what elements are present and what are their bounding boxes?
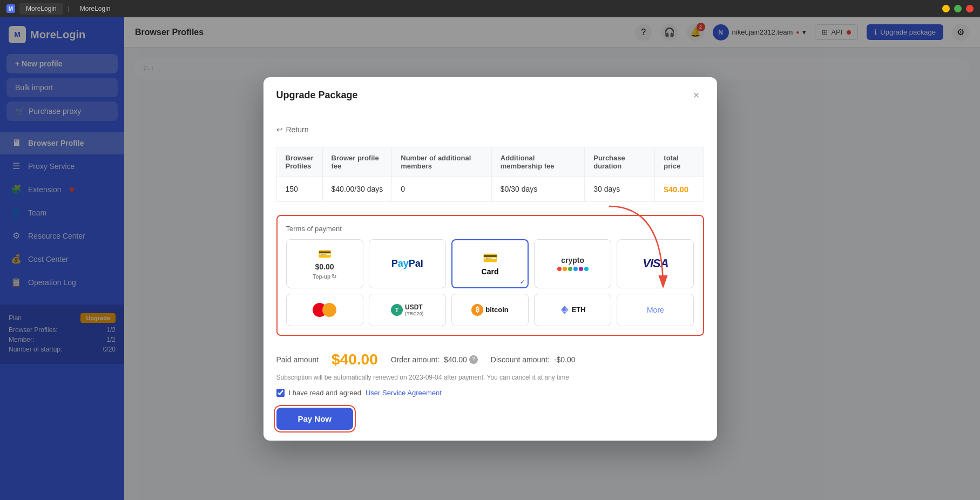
paypal-logo: PayPal <box>391 258 423 269</box>
package-row: 150 $40.00/30 days 0 $0/30 days 30 days … <box>276 177 704 201</box>
maximize-btn[interactable] <box>954 5 962 12</box>
col-fee: Brower profile fee <box>322 147 392 177</box>
fee-value: $40.00/30 days <box>322 177 392 201</box>
eth-icon <box>560 305 570 315</box>
payment-option-bitcoin[interactable]: ₿ bitcoin <box>451 294 529 326</box>
order-amount-value: $40.00 <box>444 355 467 364</box>
main-content: Browser Profiles ? 🎧 🔔 2 N niket.jain231… <box>124 17 980 500</box>
payment-option-crypto[interactable]: crypto <box>534 239 611 288</box>
payment-option-visa[interactable]: VISA <box>617 239 694 288</box>
titlebar-tab2[interactable]: MoreLogin <box>73 3 117 15</box>
visa-logo: VISA <box>643 256 668 271</box>
topup-label: Top-up ↻ <box>313 273 336 280</box>
crypto-label: crypto <box>561 256 584 265</box>
topup-amount: $0.00 <box>315 262 334 271</box>
bitcoin-logo: ₿ bitcoin <box>471 304 509 316</box>
discount-value: -$0.00 <box>554 355 576 364</box>
payment-option-card[interactable]: 💳 Card ✓ <box>451 239 529 288</box>
upgrade-modal: Upgrade Package × ↩ Return Browser <box>263 77 717 441</box>
col-duration: Purchase duration <box>585 147 655 177</box>
payment-option-topup[interactable]: 💳 $0.00 Top-up ↻ <box>286 239 363 288</box>
crypto-dots <box>557 267 589 271</box>
return-button[interactable]: ↩ Return <box>276 123 309 136</box>
card-label: Card <box>482 267 499 276</box>
summary-row: Paid amount $40.00 Order amount: $40.00 … <box>276 351 704 368</box>
modal-close-button[interactable]: × <box>689 88 704 103</box>
bitcoin-text: bitcoin <box>485 306 509 314</box>
return-icon: ↩ <box>276 125 283 134</box>
titlebar-tab1[interactable]: MoreLogin <box>19 3 63 15</box>
membership-fee-value: $0/30 days <box>491 177 584 201</box>
topup-icon: 💳 <box>318 247 332 260</box>
payment-option-mastercard[interactable] <box>286 294 363 326</box>
card-icon: 💳 <box>483 251 497 265</box>
mastercard-logo <box>313 303 336 317</box>
more-label: More <box>647 306 664 314</box>
payment-option-more[interactable]: More <box>617 294 694 326</box>
eth-logo: ETH <box>560 305 586 315</box>
total-price-value: $40.00 <box>655 177 704 201</box>
eth-text: ETH <box>572 306 586 314</box>
payment-grid: 💳 $0.00 Top-up ↻ PayPal <box>286 239 694 326</box>
paid-amount-value: $40.00 <box>332 351 378 368</box>
window-controls <box>942 5 974 12</box>
order-info-icon[interactable]: ? <box>469 355 478 364</box>
agreement-text: I have read and agreed <box>289 389 361 397</box>
user-service-agreement-link[interactable]: User Service Agreement <box>366 389 442 397</box>
payment-option-eth[interactable]: ETH <box>534 294 611 326</box>
payment-option-usdt[interactable]: T USDT (TRC20) <box>369 294 446 326</box>
package-table: BrowserProfiles Brower profile fee Numbe… <box>276 147 704 202</box>
discount-group: Discount amount: -$0.00 <box>491 355 576 364</box>
usdt-icon: T <box>391 304 403 316</box>
payment-section: Terms of payment 💳 $0.00 Top-up ↻ <box>276 215 704 336</box>
mc-circle-orange <box>322 303 336 317</box>
payment-label: Terms of payment <box>286 225 694 233</box>
titlebar: M MoreLogin | MoreLogin <box>0 0 980 17</box>
app-body: M MoreLogin + New profile Bulk import 🛒 … <box>0 17 980 500</box>
paid-amount-label: Paid amount <box>276 355 319 364</box>
usdt-text: USDT (TRC20) <box>405 303 424 316</box>
minimize-btn[interactable] <box>942 5 950 12</box>
svg-marker-1 <box>565 306 569 312</box>
card-check: ✓ <box>520 279 524 285</box>
modal-overlay: Upgrade Package × ↩ Return Browser <box>124 48 980 500</box>
discount-label: Discount amount: <box>491 355 550 364</box>
order-amount-group: Order amount: $40.00 ? <box>391 355 478 364</box>
app-icon: M <box>6 4 15 13</box>
agreement-checkbox[interactable] <box>276 389 285 397</box>
content-area: P-1 ... <box>124 48 980 500</box>
order-amount-label: Order amount: <box>391 355 440 364</box>
payment-option-paypal[interactable]: PayPal <box>369 239 446 288</box>
bitcoin-icon: ₿ <box>471 304 483 316</box>
usdt-logo: T USDT (TRC20) <box>391 303 424 316</box>
modal-header: Upgrade Package × <box>263 77 717 112</box>
agreement-row: I have read and agreed User Service Agre… <box>276 389 704 397</box>
modal-body: ↩ Return BrowserProfiles Brower profile … <box>263 112 717 441</box>
members-value: 0 <box>392 177 492 201</box>
profiles-value: 150 <box>276 177 322 201</box>
col-membership-fee: Additional membership fee <box>491 147 584 177</box>
svg-marker-2 <box>561 306 565 312</box>
duration-value: 30 days <box>585 177 655 201</box>
close-btn[interactable] <box>966 5 974 12</box>
pay-now-button[interactable]: Pay Now <box>276 408 354 430</box>
col-profiles: BrowserProfiles <box>276 147 322 177</box>
col-total: total price <box>655 147 704 177</box>
modal-title: Upgrade Package <box>276 90 358 101</box>
col-members: Number of additional members <box>392 147 492 177</box>
renewal-text: Subscription will be automatically renew… <box>276 374 704 381</box>
